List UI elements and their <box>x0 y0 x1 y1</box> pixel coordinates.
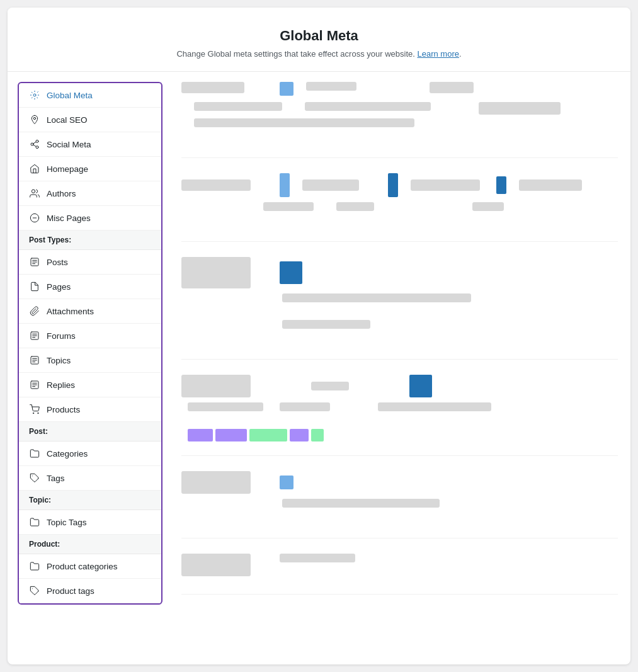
product-tags-tag-icon <box>29 585 40 596</box>
document-icon <box>29 256 40 268</box>
content-section-3 <box>181 257 618 360</box>
content-section-6 <box>181 554 618 595</box>
sidebar-label-tags: Tags <box>47 474 65 483</box>
share-icon <box>29 139 40 150</box>
sidebar-item-misc-pages[interactable]: Misc Pages <box>19 206 161 231</box>
page-icon <box>29 281 40 292</box>
sidebar-label-replies: Replies <box>47 380 75 390</box>
folder-icon <box>29 448 40 459</box>
sidebar-item-topic-tags[interactable]: Topic Tags <box>19 510 161 535</box>
content-section-5 <box>181 471 618 538</box>
sidebar-item-categories[interactable]: Categories <box>19 441 161 466</box>
section-header-post-types: Post Types: <box>19 231 161 250</box>
sidebar-item-attachments[interactable]: Attachments <box>19 299 161 324</box>
sidebar-label-pages: Pages <box>47 282 71 292</box>
sidebar-label-local-seo: Local SEO <box>47 115 88 125</box>
sidebar-label-topic-tags: Topic Tags <box>47 518 87 527</box>
page-description: Change Global meta settings that take ef… <box>20 49 618 59</box>
product-categories-folder-icon <box>29 561 40 572</box>
main-content <box>169 72 630 664</box>
sidebar-label-homepage: Homepage <box>47 164 88 174</box>
sidebar-item-local-seo[interactable]: Local SEO <box>19 108 161 132</box>
sidebar: Global Meta Local SEO <box>18 82 162 605</box>
sidebar-label-global-meta: Global Meta <box>47 91 93 100</box>
forums-icon <box>29 330 40 341</box>
sidebar-label-authors: Authors <box>47 189 76 198</box>
sidebar-label-products: Products <box>47 405 80 414</box>
home-icon <box>29 163 40 174</box>
sidebar-item-authors[interactable]: Authors <box>19 181 161 206</box>
sidebar-item-forums[interactable]: Forums <box>19 324 161 348</box>
sidebar-item-pages[interactable]: Pages <box>19 275 161 299</box>
sidebar-item-product-categories[interactable]: Product categories <box>19 554 161 579</box>
content-section-4 <box>181 375 618 456</box>
svg-point-26 <box>33 413 33 413</box>
circle-dash-icon <box>29 212 40 224</box>
replies-icon <box>29 379 40 390</box>
sidebar-item-topics[interactable]: Topics <box>19 348 161 373</box>
svg-point-2 <box>36 140 38 142</box>
svg-line-6 <box>33 142 37 144</box>
page-title: Global Meta <box>20 28 618 44</box>
sidebar-item-product-tags[interactable]: Product tags <box>19 579 161 603</box>
svg-point-7 <box>31 190 35 193</box>
sidebar-label-topics: Topics <box>47 356 71 365</box>
svg-point-4 <box>36 146 38 149</box>
svg-point-0 <box>33 94 36 96</box>
sidebar-label-product-categories: Product categories <box>47 562 118 571</box>
section-header-topic: Topic: <box>19 491 161 510</box>
content-area: Global Meta Local SEO <box>8 72 630 664</box>
content-section-2 <box>181 173 618 242</box>
page-wrapper: Global Meta Change Global meta settings … <box>8 8 630 664</box>
sidebar-label-categories: Categories <box>47 449 88 458</box>
svg-point-1 <box>33 117 35 119</box>
sidebar-item-products[interactable]: Products <box>19 397 161 422</box>
section-header-product: Product: <box>19 535 161 554</box>
sidebar-label-posts: Posts <box>47 258 68 267</box>
sidebar-label-attachments: Attachments <box>47 307 94 316</box>
location-icon <box>29 114 40 125</box>
tag-icon <box>29 472 40 484</box>
sidebar-label-forums: Forums <box>47 331 76 341</box>
svg-line-5 <box>33 145 37 147</box>
sidebar-item-global-meta[interactable]: Global Meta <box>19 83 161 108</box>
topics-icon <box>29 355 40 366</box>
sidebar-item-tags[interactable]: Tags <box>19 466 161 491</box>
sidebar-label-social-meta: Social Meta <box>47 140 91 149</box>
topic-tags-folder-icon <box>29 516 40 528</box>
gear-icon <box>29 89 40 101</box>
sidebar-item-homepage[interactable]: Homepage <box>19 157 161 181</box>
sidebar-item-replies[interactable]: Replies <box>19 373 161 397</box>
users-icon <box>29 188 40 199</box>
cart-icon <box>29 404 40 415</box>
sidebar-item-social-meta[interactable]: Social Meta <box>19 132 161 157</box>
paperclip-icon <box>29 305 40 317</box>
sidebar-label-misc-pages: Misc Pages <box>47 214 91 223</box>
content-section-1 <box>181 82 618 158</box>
learn-more-link[interactable]: Learn more <box>417 49 459 59</box>
sidebar-item-posts[interactable]: Posts <box>19 250 161 275</box>
section-header-post: Post: <box>19 422 161 441</box>
sidebar-label-product-tags: Product tags <box>47 586 94 596</box>
svg-point-3 <box>31 143 33 145</box>
page-header: Global Meta Change Global meta settings … <box>8 8 630 72</box>
svg-point-27 <box>38 413 38 413</box>
